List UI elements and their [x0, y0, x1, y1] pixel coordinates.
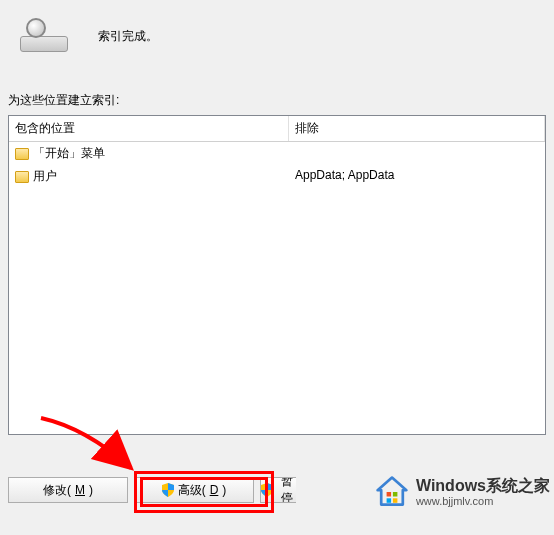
svg-rect-2 — [387, 498, 392, 503]
row-excluded: AppData; AppData — [289, 167, 545, 186]
svg-rect-1 — [393, 492, 398, 497]
locations-table: 包含的位置 排除 「开始」菜单 用户 AppData; AppData — [8, 115, 546, 435]
table-row[interactable]: 用户 AppData; AppData — [9, 165, 545, 188]
table-row[interactable]: 「开始」菜单 — [9, 142, 545, 165]
advanced-button[interactable]: 高级(D) — [134, 477, 254, 503]
locations-label: 为这些位置建立索引: — [0, 82, 554, 115]
column-included[interactable]: 包含的位置 — [9, 116, 289, 141]
modify-button[interactable]: 修改(M) — [8, 477, 128, 503]
table-header: 包含的位置 排除 — [9, 116, 545, 142]
svg-rect-3 — [393, 498, 398, 503]
row-excluded — [289, 144, 545, 163]
watermark-url: www.bjjmlv.com — [416, 495, 550, 507]
button-bar: 修改(M) 高级(D) 暂停 — [0, 467, 304, 513]
row-name: 「开始」菜单 — [33, 145, 105, 162]
table-body: 「开始」菜单 用户 AppData; AppData — [9, 142, 545, 434]
drive-search-icon — [20, 20, 68, 52]
folder-icon — [15, 148, 29, 160]
watermark: Windows系统之家 www.bjjmlv.com — [374, 474, 550, 510]
column-excluded[interactable]: 排除 — [289, 116, 545, 141]
index-status-text: 索引完成。 — [98, 28, 158, 45]
status-area: 索引完成。 — [0, 0, 554, 82]
shield-icon — [261, 483, 273, 497]
svg-rect-0 — [387, 492, 392, 497]
house-icon — [374, 474, 410, 510]
folder-icon — [15, 171, 29, 183]
pause-button[interactable]: 暂停 — [260, 477, 296, 503]
shield-icon — [162, 483, 174, 497]
watermark-title: Windows系统之家 — [416, 477, 550, 495]
row-name: 用户 — [33, 168, 57, 185]
